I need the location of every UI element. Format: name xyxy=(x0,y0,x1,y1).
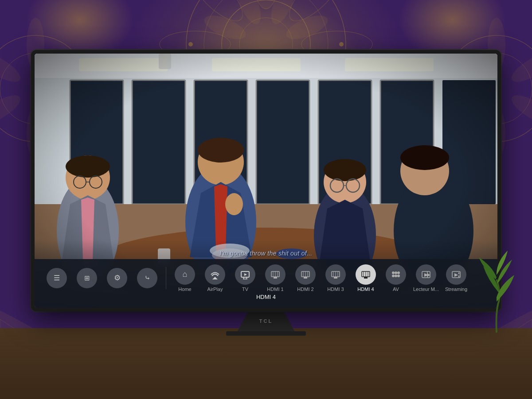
input-icon: ⤷ xyxy=(137,268,157,288)
tv-source-icon xyxy=(235,264,255,285)
selected-input-label: HDMI 4 xyxy=(256,294,276,300)
streaming-label: Streaming xyxy=(445,287,467,292)
hdmi3-icon xyxy=(325,264,346,285)
av-icon xyxy=(386,264,406,285)
streaming-icon xyxy=(446,264,466,285)
svg-point-35 xyxy=(0,90,24,132)
svg-point-23 xyxy=(339,42,344,46)
brand-label: TCL xyxy=(259,318,273,324)
svg-marker-93 xyxy=(212,277,218,279)
hdmi1-icon xyxy=(265,264,286,285)
hdmi1-label: HDMI 1 xyxy=(267,287,283,292)
home-button[interactable]: ⌂ Home xyxy=(172,264,198,292)
svg-point-41 xyxy=(508,90,532,132)
tv-source-button[interactable]: TV xyxy=(232,264,258,292)
hdmi4-icon xyxy=(356,264,376,285)
svg-point-19 xyxy=(201,11,249,44)
hdmi2-icon xyxy=(295,264,316,285)
svg-rect-118 xyxy=(364,277,368,279)
av-button[interactable]: AV xyxy=(383,264,409,292)
airplay-button[interactable]: AirPlay xyxy=(202,264,228,292)
svg-point-40 xyxy=(508,46,532,88)
hdmi1-button[interactable]: HDMI 1 xyxy=(262,264,289,292)
menu-icon: ☰ xyxy=(47,268,67,288)
lecteur-icon xyxy=(416,264,436,285)
hdmi2-label: HDMI 2 xyxy=(297,287,313,292)
tv-source-label: TV xyxy=(242,287,248,292)
svg-point-27 xyxy=(188,42,193,46)
input-button[interactable]: ⤷ xyxy=(134,268,160,288)
svg-marker-130 xyxy=(454,273,458,277)
apps-icon: ⊞ xyxy=(77,268,97,288)
streaming-button[interactable]: Streaming xyxy=(443,264,469,292)
svg-point-14 xyxy=(283,11,331,44)
svg-point-121 xyxy=(397,271,400,274)
hdmi3-button[interactable]: HDMI 3 xyxy=(322,264,349,292)
menu-button[interactable]: ☰ xyxy=(43,268,70,288)
hdmi2-button[interactable]: HDMI 2 xyxy=(292,264,319,292)
svg-point-123 xyxy=(395,275,397,277)
tv-screen: I'm gonna throw the shit out of... ☰ ⊞ ⚙ xyxy=(35,54,497,308)
lecteur-label: Lecteur M... xyxy=(413,287,439,292)
tv-frame: I'm gonna throw the shit out of... ☰ ⊞ ⚙ xyxy=(31,50,501,311)
svg-point-124 xyxy=(397,275,400,277)
svg-point-119 xyxy=(392,271,395,274)
home-label: Home xyxy=(178,287,191,292)
separator-1 xyxy=(166,267,166,289)
movie-subtitle: I'm gonna throw the shit out of... xyxy=(220,250,313,257)
av-label: AV xyxy=(393,287,399,292)
hdmi3-label: HDMI 3 xyxy=(327,287,344,292)
lecteur-button[interactable]: Lecteur M... xyxy=(413,264,439,292)
svg-rect-103 xyxy=(274,277,277,279)
settings-button[interactable]: ⚙ xyxy=(104,268,130,288)
floor xyxy=(0,328,532,399)
svg-point-122 xyxy=(392,275,395,277)
airplay-label: AirPlay xyxy=(207,287,223,292)
svg-rect-108 xyxy=(304,277,307,279)
airplay-icon xyxy=(205,264,225,285)
tv-unit: I'm gonna throw the shit out of... ☰ ⊞ ⚙ xyxy=(31,50,501,338)
input-bar: ☰ ⊞ ⚙ ⤷ xyxy=(35,259,497,308)
svg-point-120 xyxy=(395,271,397,274)
svg-marker-98 xyxy=(244,273,247,276)
home-icon: ⌂ xyxy=(175,264,195,285)
hdmi4-label: HDMI 4 xyxy=(357,287,374,292)
apps-button[interactable]: ⊞ xyxy=(74,268,100,288)
svg-rect-113 xyxy=(334,277,337,279)
hdmi4-button[interactable]: HDMI 4 xyxy=(352,264,379,292)
svg-point-36 xyxy=(0,46,24,88)
plant xyxy=(474,222,519,333)
settings-icon: ⚙ xyxy=(107,268,127,288)
input-icons-row: ☰ ⊞ ⚙ ⤷ xyxy=(35,259,497,292)
selected-input-row: HDMI 4 xyxy=(35,292,497,304)
svg-marker-128 xyxy=(427,273,430,277)
svg-rect-133 xyxy=(226,331,306,336)
